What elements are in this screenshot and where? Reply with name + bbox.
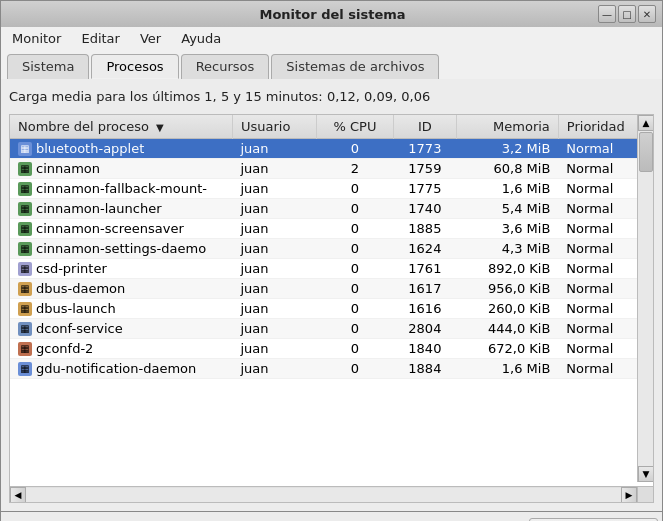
process-icon: ▦	[18, 222, 32, 236]
cell-mem: 672,0 KiB	[457, 339, 559, 359]
col-header-mem[interactable]: Memoria	[457, 115, 559, 139]
scroll-track[interactable]	[638, 131, 653, 466]
cell-mem: 1,6 MiB	[457, 179, 559, 199]
table-row[interactable]: ▦ cinnamon juan 2 1759 60,8 MiB Normal	[10, 159, 653, 179]
cell-name: ▦ cinnamon-settings-daemo	[10, 239, 232, 259]
tab-sistema[interactable]: Sistema	[7, 54, 89, 79]
table-header: Nombre del proceso ▼ Usuario % CPU ID Me…	[10, 115, 653, 139]
main-content: Carga media para los últimos 1, 5 y 15 m…	[0, 79, 663, 512]
table-row[interactable]: ▦ cinnamon-settings-daemo juan 0 1624 4,…	[10, 239, 653, 259]
cell-id: 1616	[393, 299, 457, 319]
process-table: Nombre del proceso ▼ Usuario % CPU ID Me…	[10, 115, 653, 379]
cell-user: juan	[232, 239, 316, 259]
table-row[interactable]: ▦ dbus-launch juan 0 1616 260,0 KiB Norm…	[10, 299, 653, 319]
cell-user: juan	[232, 359, 316, 379]
menu-editar[interactable]: Editar	[76, 29, 125, 48]
cell-cpu: 0	[317, 359, 393, 379]
cell-user: juan	[232, 259, 316, 279]
col-header-id[interactable]: ID	[393, 115, 457, 139]
col-header-name[interactable]: Nombre del proceso ▼	[10, 115, 232, 139]
process-icon: ▦	[18, 182, 32, 196]
table-row[interactable]: ▦ gconfd-2 juan 0 1840 672,0 KiB Normal	[10, 339, 653, 359]
cell-name: ▦ cinnamon-screensaver	[10, 219, 232, 239]
hscroll-track[interactable]	[26, 488, 621, 502]
vertical-scrollbar[interactable]: ▲ ▼	[637, 115, 653, 482]
title-bar: Monitor del sistema — □ ✕	[0, 0, 663, 27]
cell-name: ▦ csd-printer	[10, 259, 232, 279]
cell-mem: 60,8 MiB	[457, 159, 559, 179]
cell-id: 1759	[393, 159, 457, 179]
cell-name: ▦ dconf-service	[10, 319, 232, 339]
tab-procesos[interactable]: Procesos	[91, 54, 178, 79]
tab-sistemas-archivos[interactable]: Sistemas de archivos	[271, 54, 439, 79]
cell-cpu: 0	[317, 219, 393, 239]
cell-mem: 5,4 MiB	[457, 199, 559, 219]
cell-id: 1775	[393, 179, 457, 199]
cell-cpu: 0	[317, 299, 393, 319]
hscroll-right-button[interactable]: ▶	[621, 487, 637, 503]
menu-ayuda[interactable]: Ayuda	[176, 29, 226, 48]
tabs-bar: Sistema Procesos Recursos Sistemas de ar…	[0, 50, 663, 79]
cell-cpu: 0	[317, 339, 393, 359]
cell-name: ▦ gdu-notification-daemon	[10, 359, 232, 379]
cell-mem: 3,6 MiB	[457, 219, 559, 239]
cell-id: 2804	[393, 319, 457, 339]
process-icon: ▦	[18, 142, 32, 156]
cell-user: juan	[232, 199, 316, 219]
cell-mem: 260,0 KiB	[457, 299, 559, 319]
menu-bar: Monitor Editar Ver Ayuda	[0, 27, 663, 50]
process-icon: ▦	[18, 202, 32, 216]
menu-monitor[interactable]: Monitor	[7, 29, 66, 48]
window-controls: — □ ✕	[598, 5, 656, 23]
cell-name: ▦ cinnamon-fallback-mount-	[10, 179, 232, 199]
scroll-down-button[interactable]: ▼	[638, 466, 654, 482]
process-icon: ▦	[18, 242, 32, 256]
cell-cpu: 2	[317, 159, 393, 179]
table-row[interactable]: ▦ bluetooth-applet juan 0 1773 3,2 MiB N…	[10, 139, 653, 159]
cell-cpu: 0	[317, 259, 393, 279]
maximize-button[interactable]: □	[618, 5, 636, 23]
process-icon: ▦	[18, 162, 32, 176]
col-header-user[interactable]: Usuario	[232, 115, 316, 139]
cell-id: 1885	[393, 219, 457, 239]
cell-user: juan	[232, 159, 316, 179]
cell-user: juan	[232, 339, 316, 359]
menu-ver[interactable]: Ver	[135, 29, 166, 48]
table-row[interactable]: ▦ cinnamon-launcher juan 0 1740 5,4 MiB …	[10, 199, 653, 219]
close-button[interactable]: ✕	[638, 5, 656, 23]
cell-id: 1884	[393, 359, 457, 379]
cell-cpu: 0	[317, 199, 393, 219]
hscroll-left-button[interactable]: ◀	[10, 487, 26, 503]
cell-mem: 1,6 MiB	[457, 359, 559, 379]
process-table-container: Nombre del proceso ▼ Usuario % CPU ID Me…	[9, 114, 654, 503]
process-icon: ▦	[18, 322, 32, 336]
minimize-button[interactable]: —	[598, 5, 616, 23]
cell-user: juan	[232, 279, 316, 299]
cell-user: juan	[232, 139, 316, 159]
cell-cpu: 0	[317, 139, 393, 159]
table-row[interactable]: ▦ dbus-daemon juan 0 1617 956,0 KiB Norm…	[10, 279, 653, 299]
table-row[interactable]: ▦ csd-printer juan 0 1761 892,0 KiB Norm…	[10, 259, 653, 279]
table-row[interactable]: ▦ cinnamon-screensaver juan 0 1885 3,6 M…	[10, 219, 653, 239]
cell-mem: 444,0 KiB	[457, 319, 559, 339]
cell-name: ▦ gconfd-2	[10, 339, 232, 359]
cell-mem: 892,0 KiB	[457, 259, 559, 279]
process-table-body: ▦ bluetooth-applet juan 0 1773 3,2 MiB N…	[10, 139, 653, 379]
cell-mem: 956,0 KiB	[457, 279, 559, 299]
scroll-up-button[interactable]: ▲	[638, 115, 654, 131]
cell-id: 1624	[393, 239, 457, 259]
sort-arrow-icon: ▼	[156, 122, 164, 133]
col-header-cpu[interactable]: % CPU	[317, 115, 393, 139]
cell-name: ▦ bluetooth-applet	[10, 139, 232, 159]
scroll-thumb[interactable]	[639, 132, 653, 172]
load-average-text: Carga media para los últimos 1, 5 y 15 m…	[9, 87, 654, 106]
cell-name: ▦ cinnamon-launcher	[10, 199, 232, 219]
cell-id: 1773	[393, 139, 457, 159]
horizontal-scrollbar[interactable]: ◀ ▶	[10, 486, 637, 502]
table-row[interactable]: ▦ cinnamon-fallback-mount- juan 0 1775 1…	[10, 179, 653, 199]
cell-cpu: 0	[317, 319, 393, 339]
tab-recursos[interactable]: Recursos	[181, 54, 270, 79]
cell-name: ▦ dbus-daemon	[10, 279, 232, 299]
table-row[interactable]: ▦ gdu-notification-daemon juan 0 1884 1,…	[10, 359, 653, 379]
table-row[interactable]: ▦ dconf-service juan 0 2804 444,0 KiB No…	[10, 319, 653, 339]
